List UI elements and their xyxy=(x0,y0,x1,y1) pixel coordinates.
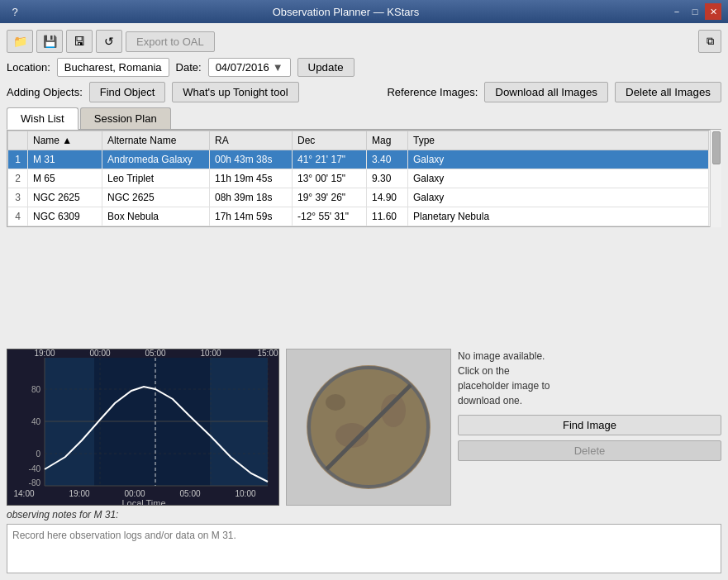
row-num: 4 xyxy=(8,207,28,226)
delete-all-images-button[interactable]: Delete all Images xyxy=(615,82,721,102)
toolbar: 📁 💾 🖫 ↺ Export to OAL ⧉ xyxy=(7,30,721,53)
location-label: Location: xyxy=(7,61,50,74)
download-all-images-button[interactable]: Download all Images xyxy=(484,82,608,102)
svg-text:-40: -40 xyxy=(29,464,41,473)
svg-text:10:00: 10:00 xyxy=(200,349,221,358)
date-dropdown-icon[interactable]: ▼ xyxy=(273,61,283,74)
no-image-line1: No image available. xyxy=(458,349,550,364)
row-ra: 17h 14m 59s xyxy=(210,207,293,226)
adding-objects-label: Adding Objects: xyxy=(7,86,83,98)
refresh-button[interactable]: ↺ xyxy=(96,30,122,53)
date-label: Date: xyxy=(176,61,202,74)
row-mag: 11.60 xyxy=(367,207,408,226)
col-header-type[interactable]: Type xyxy=(408,131,709,150)
table-row[interactable]: 2 M 65 Leo Triplet 11h 19m 45s 13° 00' 1… xyxy=(8,169,721,188)
row-ra: 11h 19m 45s xyxy=(210,169,293,188)
window-title: Observation Planner — KStars xyxy=(23,6,669,18)
session-plan-tab[interactable]: Session Plan xyxy=(80,107,171,129)
row-num: 3 xyxy=(8,188,28,207)
image-placeholder[interactable] xyxy=(286,349,451,506)
date-input[interactable]: 04/07/2016 ▼ xyxy=(208,58,291,77)
row-dec: 13° 00' 15" xyxy=(293,169,367,188)
no-image-line3: placeholder image to xyxy=(458,378,550,393)
row-type: Galaxy xyxy=(408,188,709,207)
row-type: Galaxy xyxy=(408,169,709,188)
row-name: NGC 2625 xyxy=(28,188,102,207)
right-top: No image available. Click on the placeho… xyxy=(458,349,721,408)
svg-text:05:00: 05:00 xyxy=(179,489,200,498)
no-image-text-block: No image available. Click on the placeho… xyxy=(458,349,550,408)
svg-text:19:00: 19:00 xyxy=(34,349,55,358)
svg-text:00:00: 00:00 xyxy=(124,489,145,498)
right-panel: No image available. Click on the placeho… xyxy=(458,349,721,461)
table-row[interactable]: 4 NGC 6309 Box Nebula 17h 14m 59s -12° 5… xyxy=(8,207,721,226)
row-mag: 14.90 xyxy=(367,188,408,207)
row-dec: -12° 55' 31" xyxy=(293,207,367,226)
svg-text:19:00: 19:00 xyxy=(69,489,89,498)
whats-up-button[interactable]: What's up Tonight tool xyxy=(172,82,298,102)
find-image-button[interactable]: Find Image xyxy=(458,415,721,435)
object-table-wrapper: Name ▲ Alternate Name RA Dec Mag Type 1 … xyxy=(7,130,721,227)
minimize-button[interactable]: − xyxy=(669,3,685,20)
svg-text:10:00: 10:00 xyxy=(235,489,255,498)
table-scrollbar[interactable] xyxy=(710,130,721,227)
save-as-button[interactable]: 🖫 xyxy=(66,30,93,53)
col-header-altname[interactable]: Alternate Name xyxy=(102,131,210,150)
row-name: M 31 xyxy=(28,150,102,169)
row-type: Galaxy xyxy=(408,150,709,169)
update-button[interactable]: Update xyxy=(297,58,354,77)
tab-bar: Wish List Session Plan xyxy=(7,107,721,130)
row-ra: 08h 39m 18s xyxy=(210,188,293,207)
row-altname: Box Nebula xyxy=(102,207,210,226)
adding-objects-row: Adding Objects: Find Object What's up To… xyxy=(7,82,721,102)
table-header-row: Name ▲ Alternate Name RA Dec Mag Type xyxy=(8,131,721,150)
maximize-button[interactable]: □ xyxy=(687,3,703,20)
wish-list-tab[interactable]: Wish List xyxy=(7,107,79,130)
svg-text:05:00: 05:00 xyxy=(145,349,165,358)
row-altname: Andromeda Galaxy xyxy=(102,150,210,169)
row-altname: NGC 2625 xyxy=(102,188,210,207)
reference-images-label: Reference Images: xyxy=(387,86,478,98)
row-ra: 00h 43m 38s xyxy=(210,150,293,169)
save-button[interactable]: 💾 xyxy=(36,30,63,53)
col-header-name[interactable]: Name ▲ xyxy=(28,131,102,150)
row-altname: Leo Triplet xyxy=(102,169,210,188)
col-header-dec[interactable]: Dec xyxy=(293,131,367,150)
svg-text:Local Time: Local Time xyxy=(121,498,165,506)
table-row[interactable]: 1 M 31 Andromeda Galaxy 00h 43m 38s 41° … xyxy=(8,150,721,169)
no-image-line2: Click on the xyxy=(458,364,550,378)
no-image-container xyxy=(302,361,435,493)
svg-text:14:00: 14:00 xyxy=(13,489,34,498)
window-button[interactable]: ⧉ xyxy=(698,30,721,53)
row-name: M 65 xyxy=(28,169,102,188)
col-header-mag[interactable]: Mag xyxy=(367,131,408,150)
row-dec: 41° 21' 17" xyxy=(293,150,367,169)
export-oal-button[interactable]: Export to OAL xyxy=(126,31,215,52)
table-scrollbar-thumb[interactable] xyxy=(712,131,721,164)
svg-text:15:00: 15:00 xyxy=(257,349,278,358)
image-and-right: 80 40 0 -40 -80 19:00 00:00 05:00 10:00 … xyxy=(7,349,721,506)
delete-image-button[interactable]: Delete xyxy=(458,440,721,461)
row-mag: 3.40 xyxy=(367,150,408,169)
col-header-ra[interactable]: RA xyxy=(210,131,293,150)
window-controls: − □ ✕ xyxy=(669,3,721,20)
close-button[interactable]: ✕ xyxy=(705,3,721,20)
row-type: Planetary Nebula xyxy=(408,207,709,226)
row-mag: 9.30 xyxy=(367,169,408,188)
location-value: Bucharest, Romania xyxy=(57,58,169,77)
main-content: 📁 💾 🖫 ↺ Export to OAL ⧉ Location: Buchar… xyxy=(0,23,728,580)
table-row[interactable]: 3 NGC 2625 NGC 2625 08h 39m 18s 19° 39' … xyxy=(8,188,721,207)
find-object-button[interactable]: Find Object xyxy=(89,82,165,102)
svg-point-35 xyxy=(326,394,345,411)
object-table-container: Name ▲ Alternate Name RA Dec Mag Type 1 … xyxy=(7,130,721,227)
notes-textarea[interactable] xyxy=(7,524,721,573)
row-dec: 19° 39' 26" xyxy=(293,188,367,207)
open-button[interactable]: 📁 xyxy=(7,30,33,53)
title-bar: ? Observation Planner — KStars − □ ✕ xyxy=(0,0,728,23)
svg-text:80: 80 xyxy=(31,385,41,394)
row-num: 1 xyxy=(8,150,28,169)
tabs-container: Wish List Session Plan Name ▲ Alternate … xyxy=(7,107,721,344)
help-icon[interactable]: ? xyxy=(7,3,23,20)
location-row: Location: Bucharest, Romania Date: 04/07… xyxy=(7,58,721,77)
notes-label: observing notes for M 31: xyxy=(7,509,721,521)
